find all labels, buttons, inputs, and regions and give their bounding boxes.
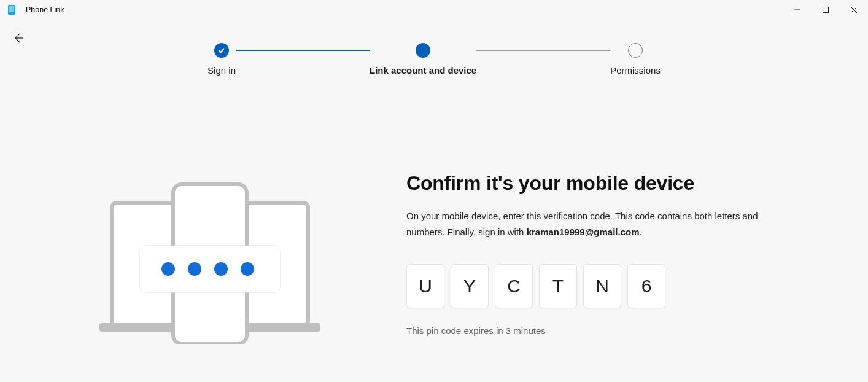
svg-rect-3 — [823, 7, 829, 13]
app-title: Phone Link — [26, 6, 64, 14]
expiry-text: This pin code expires in 3 minutes — [406, 325, 775, 336]
step-circle-current-icon — [416, 43, 430, 58]
progress-stepper: Sign in Link account and device Permissi… — [0, 43, 868, 76]
code-char: C — [495, 264, 533, 308]
step-permissions: Permissions — [610, 43, 661, 76]
svg-point-15 — [214, 262, 228, 276]
step-circle-done-icon — [214, 43, 229, 58]
device-illustration — [93, 172, 327, 344]
code-char: T — [539, 264, 577, 308]
titlebar-left: Phone Link — [6, 4, 64, 15]
verification-panel: Confirm it's your mobile device On your … — [406, 160, 775, 336]
verification-code: U Y C T N 6 — [406, 264, 775, 308]
instruction-suffix: . — [640, 227, 642, 237]
minimize-button[interactable] — [783, 0, 812, 20]
svg-rect-11 — [140, 246, 280, 292]
step-connector — [476, 50, 610, 51]
code-char: N — [583, 264, 621, 308]
svg-rect-1 — [9, 6, 14, 12]
svg-point-14 — [188, 262, 201, 276]
step-link-account: Link account and device — [370, 43, 476, 76]
step-connector — [236, 50, 370, 51]
page-heading: Confirm it's your mobile device — [406, 172, 775, 195]
titlebar: Phone Link — [0, 0, 868, 20]
code-char: U — [406, 264, 444, 308]
app-icon — [6, 4, 17, 15]
step-circle-pending-icon — [628, 43, 643, 58]
account-email: kraman19999@gmail.com — [527, 227, 640, 237]
instruction-text: On your mobile device, enter this verifi… — [406, 208, 775, 240]
step-label: Sign in — [207, 65, 236, 76]
step-sign-in: Sign in — [207, 43, 236, 76]
maximize-button[interactable] — [812, 0, 840, 20]
step-label: Permissions — [610, 65, 661, 76]
svg-point-16 — [241, 262, 254, 276]
code-char: Y — [451, 264, 489, 308]
svg-point-13 — [161, 262, 175, 276]
window-controls — [783, 0, 868, 20]
main-content: Confirm it's your mobile device On your … — [0, 160, 868, 344]
close-button[interactable] — [840, 0, 868, 20]
step-label: Link account and device — [370, 65, 476, 76]
code-char: 6 — [627, 264, 665, 308]
